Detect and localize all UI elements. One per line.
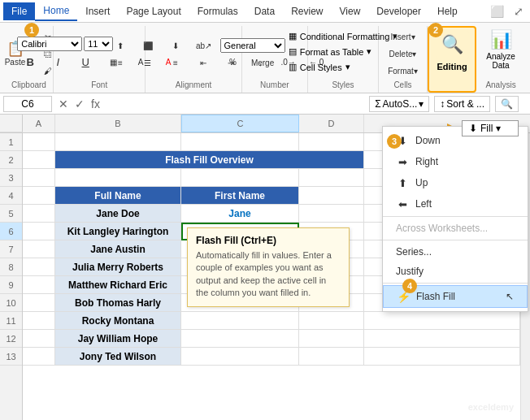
menu-item-justify[interactable]: Justify — [383, 262, 528, 281]
cell-b3[interactable] — [55, 169, 181, 187]
col-header-b[interactable]: B — [55, 115, 181, 132]
cell-d4[interactable] — [299, 187, 364, 205]
tab-home[interactable]: Home — [35, 2, 77, 21]
cell-b1[interactable] — [55, 133, 181, 151]
tab-formulas[interactable]: Formulas — [189, 2, 246, 20]
row-num-10: 10 — [0, 294, 22, 312]
col-header-a[interactable]: A — [23, 115, 55, 132]
cell-a13[interactable] — [23, 348, 55, 366]
autosum-button[interactable]: Σ AutoS... ▾ — [369, 96, 429, 112]
row-num-2: 2 — [0, 151, 22, 169]
cell-d5[interactable] — [299, 205, 364, 223]
cell-b4[interactable]: Full Name — [55, 187, 181, 205]
cell-a10[interactable] — [23, 294, 55, 312]
number-label: Number — [260, 79, 289, 89]
align-left-button[interactable]: ≡ — [107, 55, 133, 71]
cursor-icon: ↖ — [506, 291, 514, 302]
sort-filter-button[interactable]: ↕ Sort & ... — [434, 96, 490, 112]
orientation-button[interactable]: ab↗ — [190, 38, 217, 54]
cell-d13[interactable] — [299, 348, 364, 366]
cell-a1[interactable] — [23, 133, 55, 151]
percent-button[interactable]: % — [220, 54, 246, 70]
up-icon: ⬆ — [396, 176, 409, 189]
cell-d3[interactable] — [299, 169, 364, 187]
tab-insert[interactable]: Insert — [77, 2, 118, 20]
tab-help[interactable]: Help — [429, 2, 466, 20]
menu-item-right[interactable]: ➡ Right — [383, 151, 528, 172]
align-center-button[interactable]: ☰ — [135, 55, 161, 71]
cell-c5[interactable]: Jane — [181, 205, 299, 223]
format-cells-button[interactable]: Format▾ — [382, 63, 424, 79]
delete-cells-button[interactable]: Delete▾ — [384, 46, 423, 62]
cell-b11[interactable]: Rocky Montana — [55, 312, 181, 330]
cell-title[interactable]: Flash Fill Overview — [55, 151, 364, 169]
tab-page-layout[interactable]: Page Layout — [118, 2, 189, 20]
ribbon-expand-icon[interactable]: ⤢ — [510, 3, 527, 19]
cell-reference-input[interactable] — [3, 96, 52, 112]
tab-developer[interactable]: Developer — [368, 2, 429, 20]
confirm-icon[interactable]: ✓ — [75, 97, 85, 110]
font-family-select[interactable]: Calibri — [17, 37, 82, 51]
insert-cells-button[interactable]: Insert▾ — [385, 29, 421, 45]
cell-d11[interactable] — [299, 312, 364, 330]
cell-b6[interactable]: Kit Langley Harington — [55, 223, 181, 240]
fill-dropdown-button[interactable]: ⬇ Fill ▾ — [462, 120, 519, 136]
underline-button[interactable]: U — [72, 53, 98, 71]
cell-e11[interactable] — [364, 312, 520, 330]
tab-view[interactable]: View — [332, 2, 369, 20]
col-header-d[interactable]: D — [299, 115, 364, 132]
cell-c3[interactable] — [181, 169, 299, 187]
italic-button[interactable]: I — [45, 53, 71, 71]
col-header-c[interactable]: C — [181, 115, 299, 132]
cell-b5[interactable]: Jane Doe — [55, 205, 181, 223]
tab-file[interactable]: File — [3, 2, 35, 20]
cell-a8[interactable] — [23, 258, 55, 276]
format-table-icon: ▤ — [289, 46, 297, 57]
cell-a3[interactable] — [23, 169, 55, 187]
cell-b12[interactable]: Jay William Hope — [55, 330, 181, 348]
cell-b10[interactable]: Bob Thomas Harly — [55, 294, 181, 312]
table-row: Jony Ted Wilson — [23, 348, 520, 366]
cell-c1[interactable] — [181, 133, 299, 151]
cell-a9[interactable] — [23, 276, 55, 294]
cell-c13[interactable] — [181, 348, 299, 366]
cell-b8[interactable]: Julia Merry Roberts — [55, 258, 181, 276]
cell-c12[interactable] — [181, 330, 299, 348]
cell-a6[interactable] — [23, 223, 55, 240]
cell-d1[interactable] — [299, 133, 364, 151]
formula-dividers: ✕ ✓ fx — [55, 97, 103, 110]
decrease-indent-button[interactable]: ⇤ — [190, 55, 216, 71]
align-bottom-button[interactable]: ⬇ — [163, 38, 189, 54]
align-middle-button[interactable]: ⬛ — [135, 38, 161, 54]
cell-a4[interactable] — [23, 187, 55, 205]
cell-a5[interactable] — [23, 205, 55, 223]
cell-b7[interactable]: Jane Austin — [55, 240, 181, 258]
ribbon-collapse-icon[interactable]: ⬜ — [487, 3, 507, 19]
check-icon[interactable]: ✕ — [59, 97, 68, 110]
sort-icon: ↕ — [440, 98, 445, 110]
align-top-button[interactable]: ⬆ — [107, 38, 133, 54]
cell-c11[interactable] — [181, 312, 299, 330]
cell-b9[interactable]: Matthew Richard Eric — [55, 276, 181, 294]
cell-e12[interactable] — [364, 330, 520, 348]
cell-a12[interactable] — [23, 330, 55, 348]
dropdown-arrow2: ▾ — [367, 46, 371, 57]
cell-c4[interactable]: First Name — [181, 187, 299, 205]
menu-item-up[interactable]: ⬆ Up — [383, 172, 528, 193]
find-button[interactable]: 🔍 — [495, 96, 519, 112]
bold-button[interactable]: B — [17, 53, 43, 71]
cell-d12[interactable] — [299, 330, 364, 348]
cell-a7[interactable] — [23, 240, 55, 258]
menu-divider-2 — [383, 240, 528, 240]
number-format-select[interactable]: General — [220, 38, 285, 53]
cell-a2[interactable] — [23, 151, 55, 169]
align-right-button[interactable]: ≡ — [163, 55, 189, 71]
comma-button[interactable]: , — [248, 54, 274, 70]
tab-review[interactable]: Review — [283, 2, 331, 20]
cell-b13[interactable]: Jony Ted Wilson — [55, 348, 181, 366]
cell-a11[interactable] — [23, 312, 55, 330]
menu-item-left[interactable]: ⬅ Left — [383, 193, 528, 214]
cell-e13[interactable] — [364, 348, 520, 366]
tab-data[interactable]: Data — [246, 2, 283, 20]
menu-item-series[interactable]: Series... — [383, 242, 528, 262]
